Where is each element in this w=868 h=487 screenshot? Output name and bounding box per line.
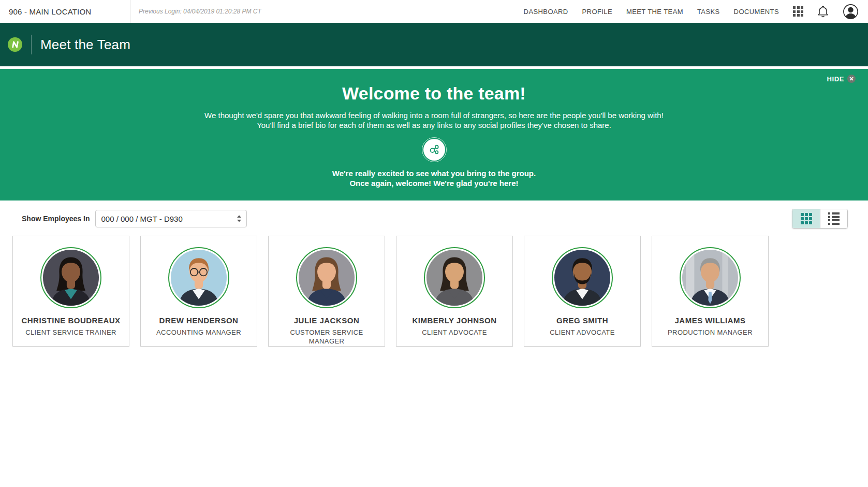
welcome-banner: HIDE ✕ Welcome to the team! We thought w…: [0, 69, 868, 200]
employee-card[interactable]: CHRISTINE BOUDREAUX CLIENT SERVICE TRAIN…: [12, 236, 129, 347]
nav-meet-the-team[interactable]: MEET THE TEAM: [626, 8, 683, 16]
hide-banner-button[interactable]: HIDE ✕: [827, 75, 856, 83]
netchex-logo: [8, 37, 22, 52]
excited-text: We're really excited to see what you bri…: [0, 168, 868, 188]
page-title: Meet the Team: [40, 37, 130, 53]
employee-card[interactable]: JAMES WILLIAMS PRODUCTION MANAGER: [652, 236, 769, 347]
welcome-subtitle: We thought we'd spare you that awkward f…: [0, 110, 868, 130]
location-label: 906 - MAIN LOCATION: [9, 7, 91, 16]
employee-title: CLIENT SERVICE TRAINER: [25, 328, 116, 337]
employee-name: JULIE JACKSON: [294, 316, 360, 325]
hide-label: HIDE: [827, 75, 844, 83]
top-navigation: DASHBOARD PROFILE MEET THE TEAM TASKS DO…: [524, 4, 868, 20]
welcome-subtitle-line1: We thought we'd spare you that awkward f…: [0, 110, 868, 120]
view-toggle: [792, 209, 848, 228]
excited-line1: We're really excited to see what you bri…: [0, 168, 868, 178]
employee-photo: [168, 247, 229, 308]
employee-name: GREG SMITH: [556, 316, 608, 325]
grid-view-icon: [801, 213, 812, 224]
header-divider: [31, 35, 32, 54]
employee-title: PRODUCTION MANAGER: [668, 328, 753, 337]
list-view-button[interactable]: [820, 209, 847, 228]
nav-documents[interactable]: DOCUMENTS: [734, 8, 779, 16]
employee-title: CLIENT ADVOCATE: [422, 328, 487, 337]
employee-title: ACCOUNTING MANAGER: [156, 328, 241, 337]
welcome-title: Welcome to the team!: [0, 69, 868, 104]
excited-line2: Once again, welcome! We're glad you're h…: [0, 178, 868, 188]
show-employees-label: Show Employees In: [22, 214, 90, 223]
nav-tasks[interactable]: TASKS: [697, 8, 720, 16]
employee-name: JAMES WILLIAMS: [675, 316, 746, 325]
employee-cards: CHRISTINE BOUDREAUX CLIENT SERVICE TRAIN…: [12, 236, 856, 347]
employee-photo: [552, 247, 613, 308]
employee-photo: [424, 247, 485, 308]
employee-title: CLIENT ADVOCATE: [550, 328, 614, 337]
employee-name: DREW HENDERSON: [159, 316, 239, 325]
top-bar: 906 - MAIN LOCATION Previous Login: 04/0…: [0, 0, 868, 23]
controls-row: Show Employees In 000 / 000 / MGT - D930: [0, 208, 868, 229]
previous-login-label: Previous Login: 04/04/2019 01:20:28 PM C…: [139, 8, 261, 15]
employee-card[interactable]: KIMBERLY JOHNSON CLIENT ADVOCATE: [396, 236, 513, 347]
department-select[interactable]: 000 / 000 / MGT - D930: [95, 210, 247, 227]
page-header: Meet the Team: [0, 23, 868, 66]
employee-card[interactable]: DREW HENDERSON ACCOUNTING MANAGER: [140, 236, 257, 347]
employee-card[interactable]: GREG SMITH CLIENT ADVOCATE: [524, 236, 641, 347]
grid-view-button[interactable]: [792, 209, 820, 228]
employee-name: CHRISTINE BOUDREAUX: [21, 316, 120, 325]
employee-photo: [680, 247, 741, 308]
department-select-wrap: 000 / 000 / MGT - D930: [95, 210, 247, 227]
apps-grid-icon[interactable]: [793, 6, 803, 17]
close-icon: ✕: [847, 75, 856, 83]
bell-icon[interactable]: [817, 5, 829, 18]
employee-photo: [296, 247, 357, 308]
list-view-icon: [828, 212, 840, 225]
welcome-subtitle-line2: You'll find a brief bio for each of them…: [0, 120, 868, 130]
nav-profile[interactable]: PROFILE: [582, 8, 612, 16]
share-nodes-icon: [422, 137, 447, 162]
employee-photo: [40, 247, 101, 308]
location-section: 906 - MAIN LOCATION: [0, 0, 130, 23]
nav-dashboard[interactable]: DASHBOARD: [524, 8, 568, 16]
employee-name: KIMBERLY JOHNSON: [412, 316, 496, 325]
employee-card[interactable]: JULIE JACKSON CUSTOMER SERVICE MANAGER: [268, 236, 385, 347]
employee-title: CUSTOMER SERVICE MANAGER: [280, 328, 373, 346]
user-avatar-icon[interactable]: [843, 4, 859, 20]
